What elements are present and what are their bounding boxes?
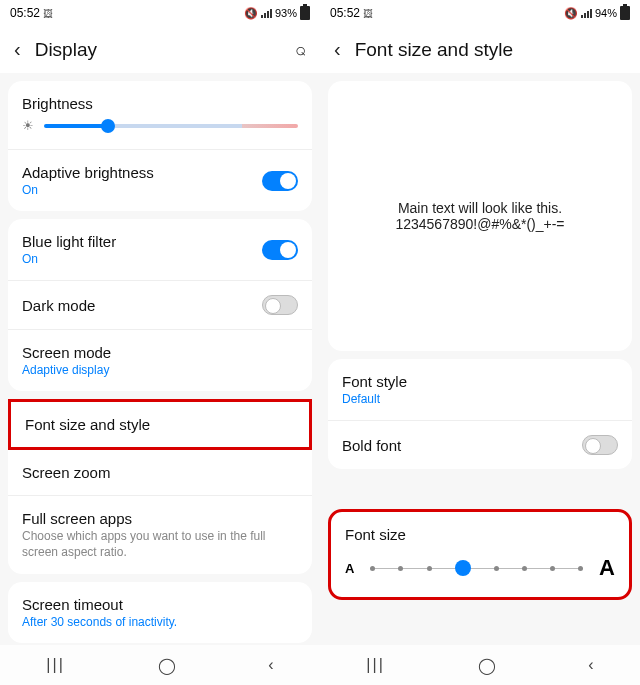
screen-mode-sub: Adaptive display	[22, 363, 298, 377]
screen-mode-label: Screen mode	[22, 344, 298, 361]
font-style-label: Font style	[342, 373, 618, 390]
nav-home[interactable]: ◯	[158, 656, 176, 675]
battery-percent: 93%	[275, 7, 297, 19]
font-size-slider[interactable]	[370, 560, 583, 576]
dark-mode-switch[interactable]	[262, 295, 298, 315]
bold-font-label: Bold font	[342, 437, 582, 454]
font-style-sub: Default	[342, 392, 618, 406]
screen-font-size-and-style: 05:52 🖼 🔇 94% ‹ Font size and style Main…	[320, 0, 640, 685]
nav-back[interactable]: ‹	[268, 656, 273, 674]
font-size-slider-row: A A	[331, 547, 629, 597]
screen-zoom-label: Screen zoom	[22, 464, 298, 481]
header: ‹ Display ⌕	[0, 26, 320, 73]
signal-icon	[261, 9, 272, 18]
full-screen-sub: Choose which apps you want to use in the…	[22, 529, 298, 560]
row-font-size-and-style[interactable]: Font size and style	[11, 402, 309, 447]
row-screen-zoom[interactable]: Screen zoom	[8, 450, 312, 496]
row-screen-timeout[interactable]: Screen timeout After 30 seconds of inact…	[8, 582, 312, 643]
slider-thumb[interactable]	[101, 119, 115, 133]
preview-line-1: Main text will look like this.	[398, 200, 562, 216]
nav-home[interactable]: ◯	[478, 656, 496, 675]
brightness-label: Brightness	[22, 95, 298, 112]
mute-icon: 🔇	[244, 7, 258, 20]
battery-icon	[300, 6, 310, 20]
font-size-style-label: Font size and style	[25, 416, 295, 433]
nav-bar: ||| ◯ ‹	[0, 645, 320, 685]
preview-line-2: 1234567890!@#%&*()_+-=	[395, 216, 564, 232]
battery-percent: 94%	[595, 7, 617, 19]
battery-icon	[620, 6, 630, 20]
signal-icon	[581, 9, 592, 18]
back-icon[interactable]: ‹	[14, 38, 21, 61]
status-bar: 05:52 🖼 🔇 94%	[320, 0, 640, 26]
a-small-icon: A	[345, 561, 354, 576]
bold-font-switch[interactable]	[582, 435, 618, 455]
screen-display-settings: 05:52 🖼 🔇 93% ‹ Display ⌕ Brightness ☀	[0, 0, 320, 685]
adaptive-brightness-label: Adaptive brightness	[22, 164, 262, 181]
row-bold-font[interactable]: Bold font	[328, 421, 632, 469]
font-preview: Main text will look like this. 123456789…	[328, 81, 632, 351]
photo-icon: 🖼	[43, 8, 53, 19]
a-large-icon: A	[599, 555, 615, 581]
status-bar: 05:52 🖼 🔇 93%	[0, 0, 320, 26]
nav-recents[interactable]: |||	[46, 656, 64, 674]
nav-recents[interactable]: |||	[366, 656, 384, 674]
brightness-slider[interactable]	[44, 124, 298, 128]
adaptive-brightness-sub: On	[22, 183, 262, 197]
row-blue-light-filter[interactable]: Blue light filter On	[8, 219, 312, 281]
status-time: 05:52	[330, 6, 360, 20]
screen-timeout-sub: After 30 seconds of inactivity.	[22, 615, 298, 629]
row-screen-mode[interactable]: Screen mode Adaptive display	[8, 330, 312, 391]
adaptive-brightness-switch[interactable]	[262, 171, 298, 191]
search-icon[interactable]: ⌕	[295, 39, 306, 60]
blue-light-sub: On	[22, 252, 262, 266]
sun-icon: ☀	[22, 118, 34, 133]
row-font-style[interactable]: Font style Default	[328, 359, 632, 421]
dark-mode-label: Dark mode	[22, 297, 262, 314]
header: ‹ Font size and style	[320, 26, 640, 73]
page-title: Display	[35, 39, 281, 61]
status-time: 05:52	[10, 6, 40, 20]
mute-icon: 🔇	[564, 7, 578, 20]
blue-light-label: Blue light filter	[22, 233, 262, 250]
page-title: Font size and style	[355, 39, 626, 61]
row-dark-mode[interactable]: Dark mode	[8, 281, 312, 330]
back-icon[interactable]: ‹	[334, 38, 341, 61]
blue-light-switch[interactable]	[262, 240, 298, 260]
photo-icon: 🖼	[363, 8, 373, 19]
row-full-screen-apps[interactable]: Full screen apps Choose which apps you w…	[8, 496, 312, 574]
nav-bar: ||| ◯ ‹	[320, 645, 640, 685]
full-screen-label: Full screen apps	[22, 510, 298, 527]
font-size-thumb[interactable]	[455, 560, 471, 576]
nav-back[interactable]: ‹	[588, 656, 593, 674]
font-size-label: Font size	[345, 526, 615, 543]
screen-timeout-label: Screen timeout	[22, 596, 298, 613]
row-adaptive-brightness[interactable]: Adaptive brightness On	[8, 149, 312, 211]
